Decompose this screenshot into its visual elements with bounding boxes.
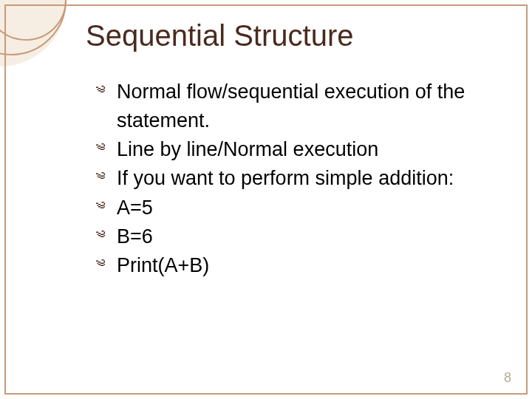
bullet-icon: ༄	[96, 194, 117, 221]
bullet-text: Print(A+B)	[117, 251, 504, 280]
bullet-text: Normal flow/sequential execution of the …	[117, 78, 504, 135]
bullet-icon: ༄	[96, 135, 117, 163]
bullet-text: A=5	[117, 194, 504, 222]
bullet-icon: ༄	[96, 78, 117, 105]
bullet-icon: ༄	[96, 222, 117, 250]
bullet-text: B=6	[117, 222, 504, 251]
list-item: ༄ Line by line/Normal execution	[96, 135, 504, 164]
list-item: ༄ Normal flow/sequential execution of th…	[96, 78, 504, 135]
list-item: ༄ B=6	[96, 222, 504, 251]
list-item: ༄ A=5	[96, 194, 504, 222]
bullet-text: If you want to perform simple addition:	[117, 164, 504, 193]
bullet-text: Line by line/Normal execution	[117, 135, 504, 164]
list-item: ༄ If you want to perform simple addition…	[96, 164, 504, 193]
bullet-icon: ༄	[96, 251, 117, 279]
bullet-list: ༄ Normal flow/sequential execution of th…	[96, 78, 504, 280]
bullet-icon: ༄	[96, 164, 117, 191]
slide-title: Sequential Structure	[86, 19, 504, 52]
page-number: 8	[504, 370, 511, 386]
slide-content: Sequential Structure ༄ Normal flow/seque…	[6, 6, 526, 393]
list-item: ༄ Print(A+B)	[96, 251, 504, 280]
